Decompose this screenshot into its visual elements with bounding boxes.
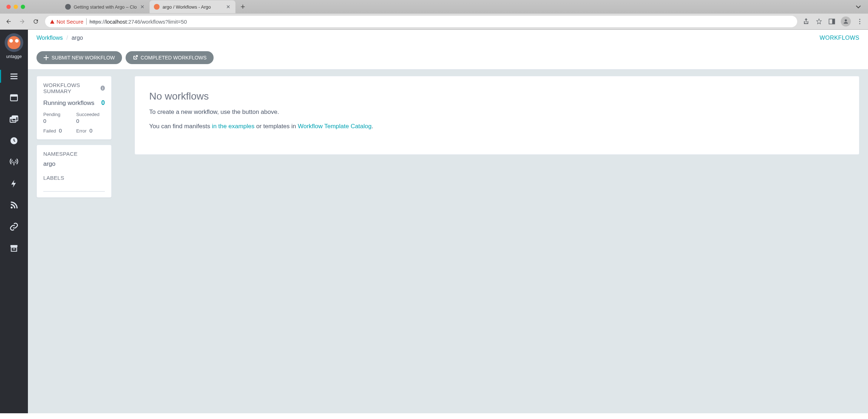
sidebar-item-workflows[interactable]	[0, 66, 28, 87]
security-warning: Not Secure	[50, 19, 83, 25]
clock-icon	[9, 136, 19, 145]
new-tab-button[interactable]: +	[235, 2, 250, 11]
pending-label: Pending	[43, 112, 72, 117]
error-value: 0	[89, 127, 92, 134]
browser-toolbar: Not Secure https://localhost:2746/workfl…	[0, 14, 868, 29]
share-button[interactable]	[802, 18, 810, 25]
argo-favicon-icon	[154, 4, 160, 10]
svg-rect-10	[10, 95, 18, 96]
filter-panel: WORKFLOWS SUMMARY i Running workflows 0 …	[36, 76, 112, 407]
svg-rect-17	[10, 245, 18, 247]
svg-rect-1	[832, 19, 835, 24]
sidebar-item-cron[interactable]	[0, 130, 28, 151]
svg-point-16	[11, 207, 13, 208]
empty-text-c: .	[372, 123, 374, 130]
pending-cell: Pending 0	[43, 112, 72, 124]
info-icon[interactable]: i	[101, 86, 105, 91]
breadcrumb-root-link[interactable]: Workflows	[36, 35, 63, 41]
sidebar: untagge	[0, 30, 28, 413]
succeeded-label: Succeeded	[76, 112, 105, 117]
sidebar-item-sensors[interactable]	[0, 151, 28, 173]
sidebar-item-links[interactable]	[0, 216, 28, 237]
pending-value: 0	[43, 118, 72, 124]
bookmark-button[interactable]	[815, 18, 823, 25]
running-value: 0	[101, 99, 105, 107]
completed-workflows-button[interactable]: COMPLETED WORKFLOWS	[126, 51, 214, 64]
summary-card: WORKFLOWS SUMMARY i Running workflows 0 …	[36, 76, 112, 140]
svg-point-3	[859, 19, 860, 20]
succeeded-value: 0	[76, 118, 105, 124]
svg-rect-14	[12, 116, 18, 117]
empty-text-a: You can find manifests	[149, 123, 212, 130]
sidebar-item-cluster-templates[interactable]	[0, 109, 28, 130]
link-icon	[9, 222, 19, 231]
examples-link[interactable]: in the examples	[212, 123, 254, 130]
empty-text-b: or templates in	[254, 123, 298, 130]
error-cell: Error 0	[76, 127, 105, 134]
page-label: WORKFLOWS	[820, 35, 859, 41]
forward-button[interactable]	[18, 17, 26, 26]
namespace-title: NAMESPACE	[43, 151, 105, 157]
external-link-icon	[133, 55, 138, 60]
labels-input[interactable]	[43, 184, 105, 192]
browser-tab-active[interactable]: argo / Workflows - Argo ✕	[150, 0, 235, 13]
url-text: https://localhost:2746/workflows?limit=5…	[89, 19, 187, 25]
sidebar-item-archive[interactable]	[0, 237, 28, 259]
reload-button[interactable]	[31, 17, 40, 26]
labels-title: LABELS	[43, 175, 105, 181]
close-tab-icon[interactable]: ✕	[225, 3, 231, 10]
plus-icon	[44, 55, 49, 60]
menu-button[interactable]	[856, 18, 864, 25]
sidebar-item-events[interactable]	[0, 173, 28, 194]
page-header: Workflows / argo WORKFLOWS SUBMIT NEW WO…	[28, 30, 868, 69]
svg-rect-12	[10, 117, 16, 119]
empty-line1: To create a new workflow, use the button…	[149, 109, 845, 116]
namespace-card: NAMESPACE argo LABELS	[36, 145, 112, 198]
back-button[interactable]	[4, 17, 13, 26]
namespace-value: argo	[43, 160, 105, 168]
bolt-icon	[9, 179, 19, 188]
main-area: Workflows / argo WORKFLOWS SUBMIT NEW WO…	[28, 30, 868, 413]
workflows-empty-card: No workflows To create a new workflow, u…	[135, 76, 859, 155]
security-warning-text: Not Secure	[57, 19, 83, 25]
failed-cell: Failed 0	[43, 127, 72, 134]
warning-triangle-icon	[50, 20, 54, 24]
breadcrumb-current: argo	[72, 35, 83, 41]
empty-title: No workflows	[149, 91, 845, 102]
globe-icon	[65, 4, 71, 10]
tab-title: argo / Workflows - Argo	[162, 4, 223, 10]
svg-rect-8	[10, 78, 18, 79]
rss-icon	[9, 201, 19, 210]
argo-logo[interactable]	[5, 33, 23, 52]
window-controls	[6, 5, 25, 9]
address-bar[interactable]: Not Secure https://localhost:2746/workfl…	[45, 16, 797, 27]
maximize-window-button[interactable]	[21, 5, 25, 9]
failed-value: 0	[59, 127, 62, 134]
minimize-window-button[interactable]	[14, 5, 18, 9]
url-scheme: https	[89, 19, 101, 25]
breadcrumb: Workflows / argo	[36, 35, 83, 41]
svg-point-4	[859, 21, 860, 22]
separator	[86, 18, 87, 25]
profile-button[interactable]	[841, 16, 851, 27]
summary-title-text: WORKFLOWS SUMMARY	[43, 82, 98, 94]
sidebar-item-eventsources[interactable]	[0, 194, 28, 216]
submit-workflow-button[interactable]: SUBMIT NEW WORKFLOW	[36, 51, 122, 64]
browser-chrome: Getting started with Argo – Clo ✕ argo /…	[0, 0, 868, 30]
close-tab-icon[interactable]: ✕	[140, 3, 145, 10]
tab-overflow-button[interactable]	[856, 4, 861, 10]
svg-rect-6	[10, 73, 18, 74]
sidebar-item-templates[interactable]	[0, 87, 28, 109]
close-window-button[interactable]	[6, 5, 11, 9]
succeeded-cell: Succeeded 0	[76, 112, 105, 124]
panel-button[interactable]	[828, 18, 836, 25]
breadcrumb-separator: /	[67, 35, 68, 41]
action-row: SUBMIT NEW WORKFLOW COMPLETED WORKFLOWS	[28, 46, 868, 69]
url-host: localhost	[106, 19, 127, 25]
content: WORKFLOWS SUMMARY i Running workflows 0 …	[28, 69, 868, 413]
browser-tab-inactive[interactable]: Getting started with Argo – Clo ✕	[61, 0, 150, 13]
svg-point-2	[845, 19, 847, 21]
sidebar-nav	[0, 66, 28, 259]
template-catalog-link[interactable]: Workflow Template Catalog	[298, 123, 371, 130]
submit-workflow-label: SUBMIT NEW WORKFLOW	[52, 55, 115, 61]
